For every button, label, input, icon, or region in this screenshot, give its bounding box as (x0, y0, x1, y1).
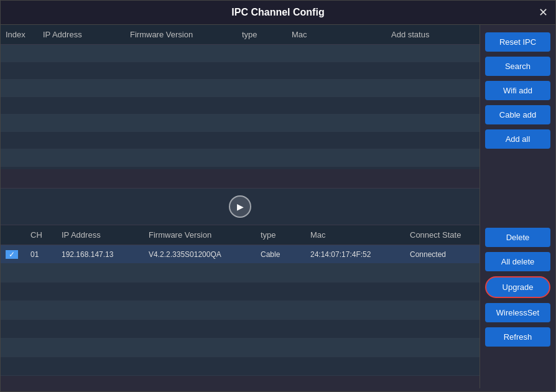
bottom-table-section: CH IP Address Firmware Version type Mac … (1, 225, 480, 388)
right-panel: Reset IPC Search Wifi add Cable add Add … (480, 25, 555, 388)
col-firmware2: Firmware Version (144, 230, 256, 240)
right-panel-bottom: Delete All delete Upgrade WirelessSet Re… (485, 225, 550, 383)
right-panel-spacer (485, 188, 550, 225)
row-ip: 192.168.147.13 (57, 250, 144, 259)
col-add-status: Add status (386, 30, 461, 39)
empty-row (1, 132, 480, 149)
cable-add-button[interactable]: Cable add (485, 105, 550, 124)
col-firmware: Firmware Version (125, 30, 237, 39)
refresh-button[interactable]: Refresh (485, 327, 550, 347)
top-table-header: Index IP Address Firmware Version type M… (1, 25, 480, 45)
empty-row (1, 149, 480, 167)
left-panel: Index IP Address Firmware Version type M… (1, 25, 480, 388)
row-firmware: V4.2.2.335S01200QA (144, 250, 256, 259)
empty-row (1, 301, 480, 320)
empty-row (1, 282, 480, 301)
row-mac: 24:14:07:17:4F:52 (305, 250, 405, 259)
empty-row (1, 320, 480, 338)
top-table-empty-rows (1, 45, 480, 169)
bottom-table-header: CH IP Address Firmware Version type Mac … (1, 225, 480, 245)
col-mac: Mac (287, 30, 386, 39)
col-type2: type (256, 230, 305, 240)
search-button[interactable]: Search (485, 57, 550, 76)
wifi-add-button[interactable]: Wifi add (485, 81, 550, 100)
table-row[interactable]: ✓ 01 192.168.147.13 V4.2.2.335S01200QA C… (1, 245, 480, 264)
empty-row (1, 338, 480, 357)
bottom-table-empty-rows (1, 264, 480, 376)
delete-button[interactable]: Delete (485, 228, 550, 247)
col-connect-state: Connect State (405, 230, 480, 240)
wireless-set-button[interactable]: WirelessSet (485, 303, 550, 322)
main-content: Index IP Address Firmware Version type M… (1, 25, 555, 388)
row-state: Connected (405, 250, 480, 259)
col-type: type (237, 30, 287, 39)
dialog: IPC Channel Config ✕ Index IP Address Fi… (0, 0, 556, 392)
col-ip2: IP Address (57, 230, 144, 240)
empty-row (1, 45, 480, 62)
add-all-button[interactable]: Add all (485, 129, 550, 149)
empty-row (1, 357, 480, 376)
play-icon: ▶ (237, 202, 244, 212)
row-ch: 01 (25, 250, 57, 259)
reset-ipc-button[interactable]: Reset IPC (485, 32, 550, 52)
empty-row (1, 264, 480, 282)
row-type: Cable (256, 250, 305, 259)
col-mac2: Mac (305, 230, 405, 240)
row-checkbox[interactable]: ✓ (1, 250, 25, 259)
all-delete-button[interactable]: All delete (485, 252, 550, 271)
play-button[interactable]: ▶ (229, 195, 251, 218)
col-ch: CH (25, 230, 57, 240)
empty-row (1, 80, 480, 97)
empty-row (1, 114, 480, 132)
col-check (1, 230, 25, 240)
empty-row (1, 167, 480, 169)
col-index: Index (1, 30, 38, 39)
empty-row (1, 97, 480, 114)
top-table-section: Index IP Address Firmware Version type M… (1, 25, 480, 188)
dialog-title: IPC Channel Config (1, 7, 555, 18)
play-section: ▶ (1, 188, 480, 225)
close-button[interactable]: ✕ (539, 7, 548, 18)
right-panel-top: Reset IPC Search Wifi add Cable add Add … (485, 30, 550, 188)
title-bar: IPC Channel Config ✕ (1, 1, 555, 25)
checkbox-icon: ✓ (6, 250, 18, 259)
upgrade-button[interactable]: Upgrade (485, 276, 550, 298)
col-ip: IP Address (38, 30, 125, 39)
empty-row (1, 62, 480, 80)
